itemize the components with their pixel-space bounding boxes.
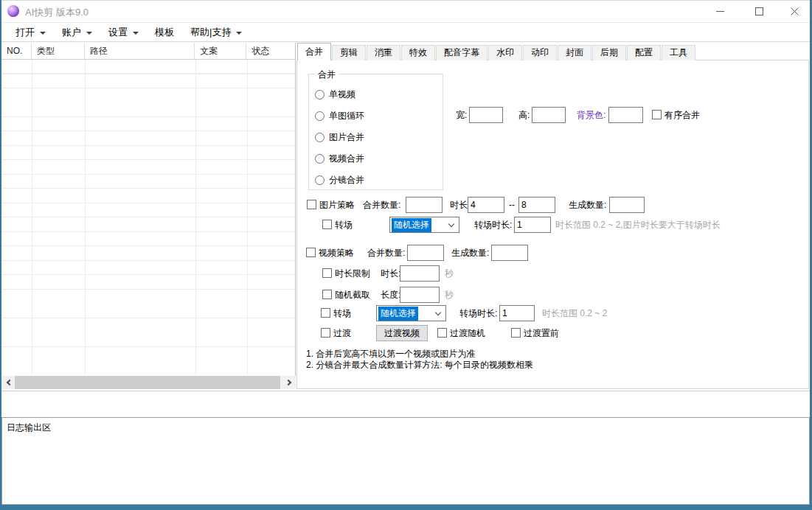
- fade-front-checkbox[interactable]: [511, 328, 521, 338]
- radio-single-image-loop[interactable]: 单图循环: [315, 110, 364, 122]
- tab-dubbing-subtitles[interactable]: 配音字幕: [436, 45, 487, 60]
- tab-cover[interactable]: 封面: [558, 45, 591, 60]
- menu-account[interactable]: 账户: [54, 23, 100, 41]
- random-cut-checkbox[interactable]: [322, 290, 332, 299]
- duration-limit-checkbox[interactable]: [322, 268, 332, 278]
- random-cut-length-input[interactable]: [400, 287, 440, 303]
- table-grid-line: [195, 60, 196, 375]
- file-table-body[interactable]: [1, 60, 295, 375]
- bg-color-input[interactable]: [608, 107, 643, 123]
- radio-video-merge[interactable]: 视频合并: [315, 153, 364, 164]
- minimize-button[interactable]: [703, 1, 737, 22]
- table-grid-line: [32, 60, 32, 375]
- duration-limit-input[interactable]: [400, 265, 440, 282]
- fade-random-checkbox[interactable]: [437, 328, 447, 338]
- duration-limit-label: 时长限制: [335, 265, 370, 282]
- minimize-icon: [716, 11, 724, 12]
- app-logo-icon: [7, 5, 19, 17]
- tab-merge[interactable]: 合并: [297, 43, 331, 60]
- radio-icon: [315, 175, 325, 185]
- log-output-area[interactable]: 日志输出区: [1, 417, 810, 505]
- image-duration-max-input[interactable]: [518, 197, 555, 213]
- tab-config[interactable]: 配置: [627, 45, 661, 60]
- video-strategy-checkbox[interactable]: [306, 248, 316, 257]
- video-merge-count-input[interactable]: [407, 245, 444, 261]
- bg-color-label: 背景色:: [577, 107, 605, 123]
- radio-icon: [315, 154, 325, 164]
- radio-label: 单视频: [329, 88, 355, 101]
- fade-label: 过渡: [333, 325, 351, 341]
- tab-post[interactable]: 后期: [592, 45, 626, 60]
- image-duration-min-input[interactable]: [468, 197, 504, 213]
- radio-icon: [315, 90, 325, 99]
- table-grid-line: [85, 60, 86, 375]
- fade-random-label: 过渡随机: [450, 325, 485, 341]
- menu-settings[interactable]: 设置: [100, 23, 147, 41]
- image-gen-count-input[interactable]: [609, 197, 645, 213]
- video-merge-count-label: 合并数量:: [367, 245, 405, 261]
- title-bar: AI快剪 版本9.0: [1, 1, 810, 22]
- tab-effects[interactable]: 特效: [401, 45, 435, 60]
- radio-single-video[interactable]: 单视频: [315, 88, 355, 100]
- menu-account-label: 账户: [62, 26, 81, 39]
- menu-open[interactable]: 打开: [7, 23, 54, 41]
- video-gen-count-input[interactable]: [491, 245, 528, 261]
- column-header-text[interactable]: 文案: [195, 43, 246, 59]
- image-transition-duration-label: 转场时长:: [474, 217, 512, 233]
- radio-icon: [315, 111, 325, 121]
- ordered-merge-checkbox[interactable]: [652, 110, 662, 119]
- menu-template[interactable]: 模板: [147, 23, 182, 41]
- tab-dedupe[interactable]: 消重: [367, 45, 400, 60]
- column-header-no[interactable]: NO.: [1, 43, 32, 59]
- duration-unit-label: 秒: [445, 265, 454, 282]
- window-title: AI快剪 版本9.0: [25, 6, 89, 19]
- maximize-icon: [755, 7, 763, 15]
- radio-image-merge[interactable]: 图片合并: [315, 131, 364, 143]
- close-button[interactable]: [777, 1, 811, 22]
- column-header-path[interactable]: 路径: [85, 43, 195, 59]
- image-strategy-label: 图片策略: [319, 197, 355, 213]
- scrollbar-thumb[interactable]: [15, 376, 280, 389]
- image-transition-select[interactable]: 随机选择: [389, 217, 459, 233]
- tab-edit[interactable]: 剪辑: [332, 45, 366, 60]
- random-cut-label: 随机截取: [335, 287, 370, 303]
- scroll-left-button[interactable]: [1, 376, 15, 389]
- chevron-down-icon: [40, 32, 46, 35]
- chevron-right-icon: [285, 380, 291, 385]
- video-transition-checkbox[interactable]: [321, 308, 330, 318]
- merge-mode-group: 合并 单视频 单图循环 图片合并 视频合并 分镜合并: [308, 74, 443, 190]
- fade-checkbox[interactable]: [321, 328, 330, 338]
- column-header-status[interactable]: 状态: [246, 43, 295, 59]
- image-transition-duration-input[interactable]: [514, 217, 551, 233]
- group-title: 合并: [315, 69, 339, 81]
- scroll-right-button[interactable]: [282, 376, 296, 389]
- radio-storyboard-merge[interactable]: 分镜合并: [315, 174, 364, 186]
- maximize-button[interactable]: [742, 1, 776, 22]
- duration-range-separator: --: [509, 197, 515, 213]
- tab-animated-watermark[interactable]: 动印: [523, 45, 557, 60]
- tab-tools[interactable]: 工具: [662, 45, 695, 60]
- menu-help-support[interactable]: 帮助|支持: [182, 23, 250, 41]
- column-header-type[interactable]: 类型: [32, 43, 85, 59]
- width-label: 宽:: [456, 107, 467, 123]
- radio-icon: [315, 133, 325, 142]
- video-transition-select[interactable]: 随机选择: [376, 305, 446, 321]
- video-transition-duration-input[interactable]: [499, 305, 535, 321]
- table-hscrollbar[interactable]: [1, 376, 296, 389]
- height-label: 高:: [518, 107, 530, 123]
- fade-video-button[interactable]: 过渡视频: [376, 325, 428, 341]
- image-merge-count-input[interactable]: [406, 197, 443, 213]
- menu-open-label: 打开: [15, 26, 35, 39]
- duration-field-label: 时长:: [381, 265, 400, 282]
- width-input[interactable]: [469, 107, 503, 123]
- image-transition-checkbox[interactable]: [322, 220, 332, 229]
- chevron-down-icon: [236, 32, 242, 35]
- menu-help-support-label: 帮助|支持: [190, 26, 231, 39]
- video-gen-count-label: 生成数量:: [451, 245, 489, 261]
- chevron-down-icon: [435, 310, 441, 315]
- image-strategy-checkbox[interactable]: [307, 200, 316, 209]
- video-transition-hint: 时长范围 0.2 ~ 2: [542, 305, 607, 321]
- image-gen-count-label: 生成数量:: [569, 197, 606, 213]
- height-input[interactable]: [532, 107, 566, 123]
- tab-watermark[interactable]: 水印: [488, 45, 522, 60]
